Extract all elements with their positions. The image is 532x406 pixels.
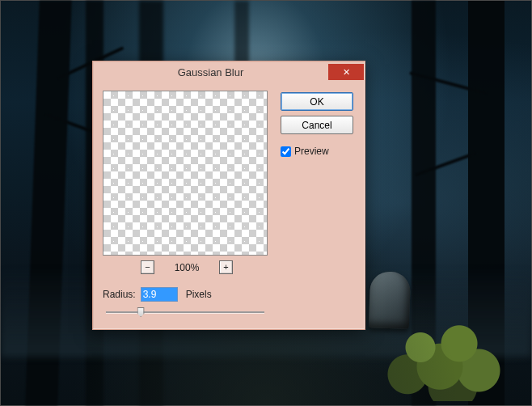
slider-track <box>106 311 264 313</box>
minus-icon: − <box>145 263 150 272</box>
gravestone-graphic <box>369 271 411 329</box>
cancel-button[interactable]: Cancel <box>281 116 353 134</box>
zoom-value: 100% <box>172 262 201 273</box>
close-icon: ✕ <box>343 68 350 77</box>
radius-label: Radius: <box>103 289 136 300</box>
editor-viewport: Gaussian Blur ✕ − 100% + Radius: <box>0 0 532 406</box>
gaussian-blur-dialog: Gaussian Blur ✕ − 100% + Radius: <box>92 61 365 330</box>
radius-input[interactable] <box>141 287 178 302</box>
zoom-in-button[interactable]: + <box>219 260 233 274</box>
close-button[interactable]: ✕ <box>328 64 364 80</box>
foreground-bush <box>382 324 511 401</box>
cancel-button-label: Cancel <box>302 120 331 131</box>
ok-button-label: OK <box>310 96 323 108</box>
preview-checkbox[interactable] <box>281 146 291 157</box>
preview-checkbox-label: Preview <box>294 146 329 157</box>
dialog-titlebar[interactable]: Gaussian Blur ✕ <box>93 61 365 82</box>
ok-button[interactable]: OK <box>281 92 353 111</box>
preview-checkbox-row[interactable]: Preview <box>281 146 353 157</box>
dialog-title: Gaussian Blur <box>93 66 328 78</box>
radius-unit: Pixels <box>186 289 212 300</box>
plus-icon: + <box>223 263 228 272</box>
slider-thumb[interactable] <box>137 307 145 317</box>
radius-slider[interactable] <box>106 307 264 318</box>
zoom-out-button[interactable]: − <box>141 260 154 274</box>
filter-preview-area[interactable] <box>103 91 268 256</box>
